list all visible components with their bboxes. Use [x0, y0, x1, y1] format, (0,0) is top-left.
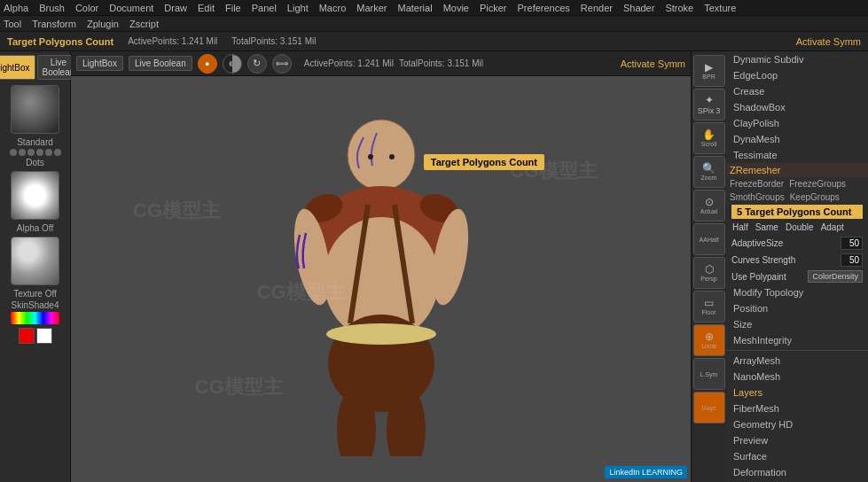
- left-top-buttons: LightBox Live Boolean: [0, 55, 80, 80]
- size-item[interactable]: Size: [726, 316, 868, 332]
- same-btn[interactable]: Same: [753, 222, 781, 233]
- spix-button[interactable]: ✦ SPix 3: [693, 89, 725, 120]
- menu-edit[interactable]: Edit: [198, 3, 215, 13]
- texture-preview[interactable]: [11, 237, 59, 285]
- freeze-border-btn[interactable]: FreezeBorder: [730, 179, 784, 189]
- menu-material[interactable]: Material: [398, 3, 433, 13]
- activate-sym-btn[interactable]: Activate Symm: [621, 58, 685, 69]
- adapt-btn[interactable]: Adapt: [818, 222, 847, 233]
- actual-icon: ⊙: [705, 197, 714, 207]
- nanomesh-item[interactable]: NanoMesh: [726, 369, 868, 385]
- symmetry-icon[interactable]: ⟺: [272, 54, 292, 74]
- rotate-icon[interactable]: ↻: [247, 54, 267, 74]
- edgeloop-item[interactable]: EdgeLoop: [726, 67, 868, 83]
- lsym-button[interactable]: L.Sym: [693, 358, 725, 390]
- menu-marker[interactable]: Marker: [356, 3, 387, 13]
- menu-alpha[interactable]: Alpha: [4, 3, 28, 13]
- crease-item[interactable]: Crease: [726, 83, 868, 99]
- lightbox-button[interactable]: LightBox: [0, 55, 35, 80]
- zremesher-row[interactable]: ZRemesher: [726, 163, 868, 177]
- menu-texture[interactable]: Texture: [704, 3, 736, 13]
- menu-stroke[interactable]: Stroke: [665, 3, 693, 13]
- spix-icon: ✦: [705, 95, 714, 105]
- menu-document[interactable]: Document: [109, 3, 153, 13]
- smooth-groups-btn[interactable]: SmothGroups: [730, 192, 785, 202]
- mesh-integrity-item[interactable]: MeshIntegrity: [726, 332, 868, 348]
- adaptive-size-value[interactable]: 50: [841, 237, 863, 250]
- modify-topology-item[interactable]: Modify Topology: [726, 284, 868, 300]
- linkedin-badge: LinkedIn LEARNING: [605, 466, 687, 478]
- brush-preview[interactable]: [11, 85, 59, 134]
- menu-render[interactable]: Render: [581, 3, 613, 13]
- menu-preferences[interactable]: Preferences: [518, 3, 570, 13]
- menu-panel[interactable]: Panel: [252, 3, 277, 13]
- menu-tool[interactable]: Tool: [4, 19, 21, 29]
- local-button[interactable]: ⊕ Local: [693, 324, 725, 356]
- activate-sym-button[interactable]: Activate Symm: [796, 36, 861, 47]
- gxyz-label: Gxyz: [702, 405, 716, 411]
- floor-button[interactable]: ▭ Floor: [693, 291, 725, 323]
- dynamesh-item[interactable]: DynaMesh: [726, 131, 868, 147]
- menu-transform[interactable]: Transform: [32, 19, 76, 29]
- menu-zscript[interactable]: Zscript: [129, 19, 159, 29]
- svg-point-16: [368, 154, 373, 159]
- half-btn[interactable]: Half: [730, 222, 751, 233]
- menu-zplugin[interactable]: Zplugin: [87, 19, 119, 29]
- half-circle-icon[interactable]: ◐: [223, 54, 242, 74]
- menu-light[interactable]: Light: [287, 3, 309, 13]
- menu-picker[interactable]: Picker: [480, 3, 507, 13]
- dot-3: [27, 149, 35, 156]
- zoom-label: Zoom: [701, 175, 717, 181]
- scroll-icon: ✋: [702, 129, 716, 140]
- menu-macro[interactable]: Macro: [319, 3, 347, 13]
- fibermesh-item[interactable]: FiberMesh: [726, 400, 868, 416]
- material-sphere-icon[interactable]: ●: [198, 54, 217, 74]
- freeze-groups-btn[interactable]: FreezeGroups: [789, 179, 846, 189]
- menu-brush[interactable]: Brush: [39, 3, 65, 13]
- second-menu-bar: Tool Transform Zplugin Zscript: [0, 16, 868, 32]
- position-item[interactable]: Position: [726, 300, 868, 316]
- menu-movie[interactable]: Movie: [443, 3, 469, 13]
- polypaint-row: Use Polypaint ColorDensity: [726, 268, 868, 284]
- geometry-hd-item[interactable]: Geometry HD: [726, 416, 868, 432]
- status-title: Target Polygons Count: [7, 36, 113, 47]
- layers-item[interactable]: Layers: [726, 385, 868, 400]
- skin-label: SkinShade4: [12, 300, 59, 310]
- liveboolean-small-button[interactable]: Live Boolean: [129, 56, 192, 71]
- color-swatch-white[interactable]: [36, 328, 52, 344]
- menu-color[interactable]: Color: [75, 3, 98, 13]
- scroll-button[interactable]: ✋ Scroll: [693, 122, 725, 154]
- floor-icon: ▭: [704, 298, 714, 308]
- menu-shader[interactable]: Shader: [623, 3, 654, 13]
- arraymesh-item[interactable]: ArrayMesh: [726, 353, 868, 369]
- surface-item[interactable]: Surface: [726, 448, 868, 464]
- menu-draw[interactable]: Draw: [164, 3, 187, 13]
- alpha-preview[interactable]: [11, 171, 59, 220]
- adaptive-size-row: AdaptiveSize 50: [726, 235, 868, 252]
- actual-button[interactable]: ⊙ Actual: [693, 190, 725, 222]
- viewport-canvas[interactable]: CG模型主 CG模型主 CG模型主 CG模型主: [71, 76, 691, 482]
- lightbox-small-button[interactable]: LightBox: [76, 56, 123, 71]
- color-strip[interactable]: [11, 312, 59, 324]
- aahalf-button[interactable]: AAHalf: [693, 223, 725, 255]
- zoom-button[interactable]: 🔍 Zoom: [693, 156, 725, 188]
- bpr-button[interactable]: ▶ BPR: [693, 55, 725, 87]
- target-polygons-input[interactable]: 5 Target Polygons Count: [731, 205, 863, 219]
- tessimate-item[interactable]: Tessimate: [726, 147, 868, 163]
- menu-file[interactable]: File: [225, 3, 241, 13]
- curves-strength-value[interactable]: 50: [841, 253, 863, 267]
- curves-strength-label: Curves Strength: [731, 255, 837, 265]
- keep-groups-btn[interactable]: KeepGroups: [790, 192, 840, 202]
- claypolish-item[interactable]: ClayPolish: [726, 115, 868, 131]
- gxyz-button[interactable]: Gxyz: [693, 392, 725, 424]
- double-btn[interactable]: Double: [783, 222, 817, 233]
- color-density-button[interactable]: ColorDensity: [808, 270, 863, 283]
- color-swatch-red[interactable]: [19, 328, 35, 344]
- left-panel: LightBox Live Boolean Standard Dots Alph…: [0, 51, 71, 482]
- lsym-label: L.Sym: [700, 371, 718, 377]
- shadowbox-item[interactable]: ShadowBox: [726, 99, 868, 115]
- dynamic-subdiv-item[interactable]: Dynamic Subdiv: [726, 51, 868, 67]
- persp-button[interactable]: ⬡ Persp: [693, 257, 725, 289]
- preview-item[interactable]: Preview: [726, 432, 868, 448]
- deformation-item[interactable]: Deformation: [726, 464, 868, 480]
